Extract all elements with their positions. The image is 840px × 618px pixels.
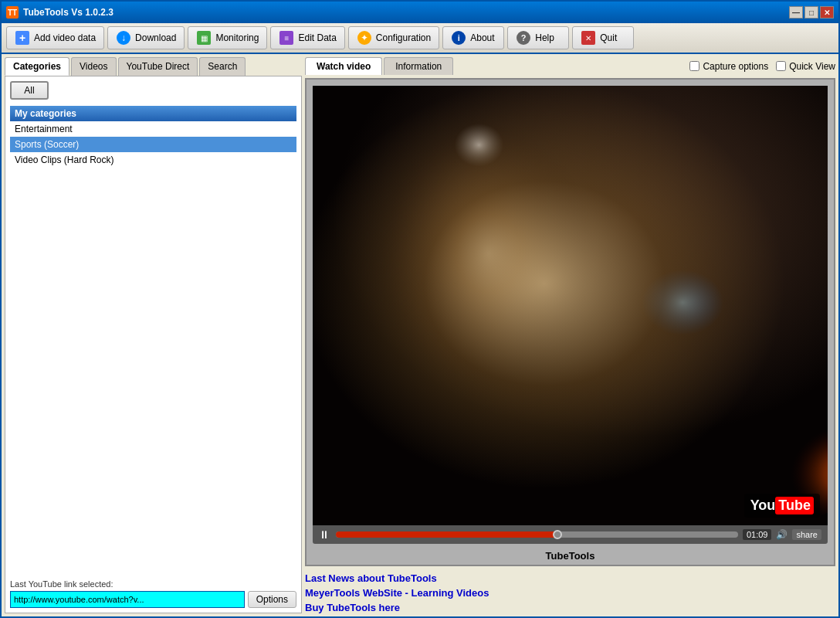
news-link-tubetools[interactable]: Last News about TubeTools: [305, 572, 835, 584]
categories-panel: All My categories Entertainment Sports (…: [5, 76, 302, 613]
tab-information[interactable]: Information: [384, 57, 453, 75]
main-window: TT TubeTools Vs 1.0.2.3 — □ ✕ + Add vide…: [0, 0, 840, 618]
news-link-meyertools[interactable]: MeyerTools WebSite - Learning Videos: [305, 587, 835, 599]
configuration-button[interactable]: ✦ Configuration: [348, 26, 439, 49]
tab-watch-video[interactable]: Watch video: [305, 57, 382, 75]
quick-view-label: Quick View: [789, 61, 835, 72]
window-title: TubeTools Vs 1.0.2.3: [23, 7, 113, 18]
left-panel: Categories Videos YouTube Direct Search …: [5, 57, 302, 613]
news-links: Last News about TubeTools MeyerTools Web…: [305, 572, 835, 613]
quit-button[interactable]: ✕ Quit: [572, 26, 634, 49]
quick-view-input[interactable]: [776, 61, 786, 71]
config-icon: ✦: [357, 30, 372, 46]
youtube-tube-text: Tube: [775, 497, 814, 514]
title-buttons: — □ ✕: [789, 6, 834, 19]
category-entertainment[interactable]: Entertainment: [10, 121, 296, 137]
configuration-label: Configuration: [376, 32, 431, 43]
volume-icon[interactable]: 🔊: [776, 529, 788, 540]
close-button[interactable]: ✕: [820, 6, 834, 19]
add-icon: +: [15, 30, 30, 46]
youtube-watermark: You Tube: [744, 494, 820, 518]
news-link-buy[interactable]: Buy TubeTools here: [305, 602, 835, 613]
video-controls: ⏸ 01:09 🔊 share: [313, 525, 828, 544]
download-icon: ↓: [116, 30, 131, 46]
link-area: Last YouTube link selected: Options: [10, 579, 296, 608]
about-icon: i: [451, 30, 466, 46]
app-icon: TT: [6, 6, 19, 19]
play-pause-button[interactable]: ⏸: [319, 528, 331, 541]
left-tabs: Categories Videos YouTube Direct Search: [5, 57, 302, 76]
progress-bar[interactable]: [336, 531, 738, 538]
right-panel: Watch video Information Capture options …: [305, 57, 835, 613]
right-options: Capture options Quick View: [689, 61, 835, 72]
capture-options-input[interactable]: [689, 61, 699, 71]
edit-data-button[interactable]: ≡ Edit Data: [270, 26, 344, 49]
edit-icon: ≡: [279, 30, 294, 46]
help-button[interactable]: ? Help: [507, 26, 569, 49]
tab-videos[interactable]: Videos: [71, 57, 116, 76]
time-display: 01:09: [743, 529, 772, 540]
video-title: TubeTools: [307, 547, 834, 565]
help-icon: ?: [516, 30, 531, 46]
add-video-button[interactable]: + Add video data: [6, 26, 104, 49]
download-label: Download: [135, 32, 176, 43]
title-bar: TT TubeTools Vs 1.0.2.3 — □ ✕: [2, 2, 838, 23]
add-video-label: Add video data: [34, 32, 96, 43]
help-label: Help: [535, 32, 554, 43]
share-button[interactable]: share: [792, 529, 821, 540]
quit-label: Quit: [600, 32, 617, 43]
youtube-you-text: You: [750, 497, 776, 514]
all-button[interactable]: All: [10, 81, 49, 100]
video-overlay: [313, 86, 828, 525]
category-sports-soccer[interactable]: Sports (Soccer): [10, 137, 296, 152]
monitor-icon: ▦: [196, 30, 212, 46]
capture-options-label: Capture options: [703, 61, 768, 72]
tab-categories[interactable]: Categories: [5, 57, 69, 76]
progress-fill: [336, 531, 557, 538]
right-tabs: Watch video Information: [305, 57, 455, 75]
tab-youtube-direct[interactable]: YouTube Direct: [118, 57, 198, 76]
maximize-button[interactable]: □: [804, 6, 818, 19]
categories-header: My categories: [10, 106, 296, 121]
right-top-bar: Watch video Information Capture options …: [305, 57, 835, 75]
quit-icon: ✕: [581, 30, 596, 46]
video-container: You Tube ⏸ 01:09 🔊 share TubeTools: [305, 78, 835, 566]
title-bar-left: TT TubeTools Vs 1.0.2.3: [6, 6, 113, 19]
about-label: About: [470, 32, 494, 43]
category-video-clips[interactable]: Video Clips (Hard Rock): [10, 152, 296, 168]
last-link-label: Last YouTube link selected:: [10, 579, 296, 589]
download-button[interactable]: ↓ Download: [107, 26, 185, 49]
main-content: Categories Videos YouTube Direct Search …: [2, 54, 838, 616]
category-list: Entertainment Sports (Soccer) Video Clip…: [10, 121, 296, 575]
progress-handle[interactable]: [553, 530, 562, 539]
last-link-input[interactable]: [10, 591, 245, 608]
link-row: Options: [10, 591, 296, 608]
monitoring-label: Monitoring: [215, 32, 259, 43]
quick-view-checkbox[interactable]: Quick View: [776, 61, 835, 72]
capture-options-checkbox[interactable]: Capture options: [689, 61, 768, 72]
about-button[interactable]: i About: [442, 26, 504, 49]
tab-search[interactable]: Search: [199, 57, 246, 76]
options-button[interactable]: Options: [248, 591, 296, 608]
monitoring-button[interactable]: ▦ Monitoring: [188, 26, 267, 49]
video-thumbnail: [313, 86, 828, 525]
edit-data-label: Edit Data: [298, 32, 336, 43]
toolbar: + Add video data ↓ Download ▦ Monitoring…: [2, 23, 838, 54]
video-frame[interactable]: You Tube: [313, 86, 828, 525]
minimize-button[interactable]: —: [789, 6, 803, 19]
